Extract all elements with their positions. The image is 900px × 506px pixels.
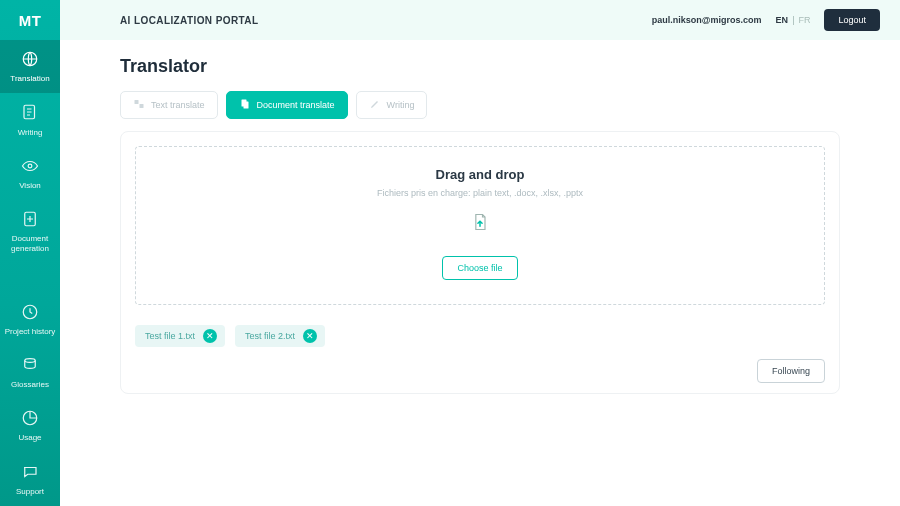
panel-footer: Following <box>135 359 825 383</box>
file-chip: Test file 1.txt ✕ <box>135 325 225 347</box>
support-icon <box>21 463 39 483</box>
app-root: MT Translation Writing Vision <box>0 0 900 506</box>
svg-point-5 <box>25 359 36 363</box>
sidebar-item-label: Glossaries <box>11 380 49 389</box>
file-chip-name: Test file 2.txt <box>245 331 295 341</box>
sidebar-item-vision[interactable]: Vision <box>0 147 60 200</box>
main-column: AI LOCALIZATION PORTAL paul.nikson@migro… <box>60 0 900 506</box>
usage-icon <box>21 409 39 429</box>
sidebar-item-history[interactable]: Project history <box>0 293 60 346</box>
sidebar-top-group: Translation Writing Vision Document gene… <box>0 40 60 263</box>
sidebar-spacer <box>0 263 60 293</box>
sidebar-item-label: Translation <box>10 74 49 83</box>
logo: MT <box>0 0 60 40</box>
sidebar-item-label: Writing <box>18 128 43 137</box>
sidebar-item-support[interactable]: Support <box>0 453 60 506</box>
tab-text-translate[interactable]: Text translate <box>120 91 218 119</box>
translate-icon <box>21 50 39 70</box>
sidebar-item-docgen[interactable]: Document generation <box>0 200 60 263</box>
choose-file-button[interactable]: Choose file <box>442 256 517 280</box>
tab-writing[interactable]: Writing <box>356 91 428 119</box>
portal-title: AI LOCALIZATION PORTAL <box>120 15 258 26</box>
dropzone-subtitle: Fichiers pris en charge: plain text, .do… <box>377 188 583 198</box>
page-title: Translator <box>120 56 840 77</box>
following-button[interactable]: Following <box>757 359 825 383</box>
dropzone-title: Drag and drop <box>436 167 525 182</box>
tab-label: Document translate <box>257 100 335 110</box>
sidebar-item-label: Usage <box>18 433 41 442</box>
lang-en[interactable]: EN <box>776 15 789 25</box>
writing-icon <box>21 103 39 123</box>
sidebar-item-label: Project history <box>5 327 56 336</box>
file-chips: Test file 1.txt ✕ Test file 2.txt ✕ <box>135 325 825 347</box>
svg-rect-7 <box>135 100 139 104</box>
docgen-icon <box>21 210 39 230</box>
file-chip: Test file 2.txt ✕ <box>235 325 325 347</box>
sidebar: MT Translation Writing Vision <box>0 0 60 506</box>
sidebar-item-label: Vision <box>19 181 41 190</box>
content: Translator Text translate Document trans… <box>60 40 900 414</box>
dropzone[interactable]: Drag and drop Fichiers pris en charge: p… <box>135 146 825 305</box>
lang-fr[interactable]: FR <box>798 15 810 25</box>
pencil-icon <box>369 98 381 112</box>
remove-file-icon[interactable]: ✕ <box>203 329 217 343</box>
tab-document-translate[interactable]: Document translate <box>226 91 348 119</box>
sidebar-item-label: Support <box>16 487 44 496</box>
svg-rect-8 <box>140 104 144 108</box>
vision-icon <box>21 157 39 177</box>
sidebar-item-translation[interactable]: Translation <box>0 40 60 93</box>
svg-point-2 <box>28 164 32 168</box>
sidebar-item-writing[interactable]: Writing <box>0 93 60 146</box>
remove-file-icon[interactable]: ✕ <box>303 329 317 343</box>
file-chip-name: Test file 1.txt <box>145 331 195 341</box>
upload-file-icon <box>469 212 491 236</box>
sidebar-item-label: Document generation <box>2 234 58 252</box>
lang-separator: | <box>792 15 794 25</box>
glossaries-icon <box>21 356 39 376</box>
tab-label: Writing <box>387 100 415 110</box>
tab-label: Text translate <box>151 100 205 110</box>
document-translate-icon <box>239 98 251 112</box>
translate-panel: Drag and drop Fichiers pris en charge: p… <box>120 131 840 394</box>
history-icon <box>21 303 39 323</box>
sidebar-bottom-group: Project history Glossaries Usage Support <box>0 293 60 507</box>
header: AI LOCALIZATION PORTAL paul.nikson@migro… <box>60 0 900 40</box>
svg-rect-10 <box>243 102 248 109</box>
logout-button[interactable]: Logout <box>824 9 880 31</box>
text-translate-icon <box>133 98 145 112</box>
language-switch: EN | FR <box>776 15 811 25</box>
sidebar-item-glossaries[interactable]: Glossaries <box>0 346 60 399</box>
sidebar-item-usage[interactable]: Usage <box>0 399 60 452</box>
user-email: paul.nikson@migros.com <box>652 15 762 25</box>
tabs: Text translate Document translate Writin… <box>120 91 840 119</box>
